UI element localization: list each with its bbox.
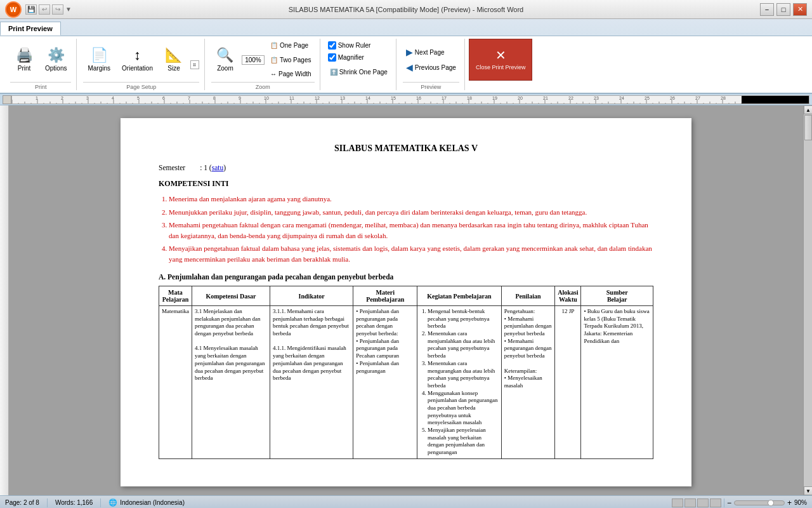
margins-label: Margins (88, 65, 110, 72)
minimize-button[interactable]: − (760, 3, 774, 16)
status-bar: Page: 2 of 8 Words: 1,166 🌐 Indonesian (… (0, 495, 812, 508)
previous-page-button[interactable]: ◀ Previous Page (403, 60, 459, 74)
th-mata-pelajaran: MataPelajaran (159, 286, 192, 306)
next-page-label: Next Page (415, 49, 445, 56)
th-sumber: SumberBelajar (581, 286, 653, 306)
page-status: Page: 2 of 8 (5, 499, 39, 506)
maximize-button[interactable]: □ (776, 3, 790, 16)
document-title: SILABUS MATEMATIKA KELAS V (159, 144, 653, 154)
print-label: Print (18, 65, 31, 72)
size-icon: 📐 (165, 47, 182, 64)
tab-print-preview[interactable]: Print Preview (0, 22, 61, 36)
vertical-ruler (0, 105, 9, 495)
list-item: Menerima dan menjalankan ajaran agama ya… (169, 194, 653, 204)
zoom-page-options: 📋 One Page 📋 Two Pages ↔️ Page Width (267, 39, 315, 81)
page-info: Page: 2 of 8 (5, 499, 39, 506)
size-label: Size (167, 65, 180, 72)
close-preview-label: Close Print Preview (476, 64, 526, 72)
next-page-button[interactable]: ▶ Next Page (403, 45, 459, 59)
close-print-preview-button[interactable]: ✕ Close Print Preview (469, 39, 533, 81)
view-web-button[interactable] (684, 498, 696, 507)
td-kompetensi: 3.1 Menjelaskan dan melakukan penjumlaha… (192, 306, 270, 459)
page-width-label: Page Width (278, 70, 311, 77)
zoom-percent: 100% (242, 55, 265, 65)
word-count: Words: 1,166 (55, 499, 93, 506)
close-button[interactable]: ✕ (793, 3, 807, 16)
page-width-button[interactable]: ↔️ Page Width (267, 67, 315, 81)
language-text: Indonesian (Indonesia) (120, 499, 185, 506)
orientation-icon: ↕️ (134, 47, 141, 64)
scroll-down-button[interactable]: ▼ (804, 486, 812, 495)
td-alokasi: 12 JP (555, 306, 581, 459)
status-right: − + 90% (672, 498, 807, 507)
zoom-group-label: Zoom (211, 82, 315, 90)
one-page-button[interactable]: 📋 One Page (267, 39, 315, 52)
scroll-thumb[interactable] (804, 115, 812, 140)
margins-icon: 📄 (91, 47, 108, 64)
scroll-track[interactable] (804, 114, 812, 486)
kompetensi-inti-title: KOMPETENSI INTI (159, 179, 653, 189)
page-nav-buttons: ▶ Next Page ◀ Previous Page (403, 39, 459, 81)
orientation-button[interactable]: ↕️ Orientation (117, 39, 157, 81)
two-pages-label: Two Pages (280, 57, 311, 64)
th-indikator: Indikator (270, 286, 353, 306)
td-materi: • Penjumlahan dan pengurangan pada pecah… (353, 306, 417, 459)
show-ruler-checkbox[interactable]: Show Ruler (327, 41, 391, 50)
orientation-label: Orientation (122, 65, 153, 72)
ruler-marks-container (12, 96, 809, 104)
page-setup-dialog[interactable]: ⌗ (190, 60, 199, 69)
view-outline-button[interactable] (710, 498, 721, 507)
view-print-button[interactable] (697, 498, 709, 507)
semester-row: Semester : 1 (satu) (159, 164, 653, 171)
next-page-icon: ▶ (406, 47, 413, 57)
undo-button[interactable]: ↩ (39, 4, 50, 15)
options-button[interactable]: ⚙️ Options (41, 39, 71, 81)
td-mata-pelajaran: Matematika (159, 306, 192, 459)
zoom-minus-button[interactable]: − (727, 498, 731, 507)
zoom-group-items: 🔍 Zoom 100% 📋 One Page 📋 Two Pages (211, 39, 315, 81)
magnifier-input[interactable] (328, 53, 336, 62)
two-pages-button[interactable]: 📋 Two Pages (267, 53, 315, 67)
prev-page-label: Previous Page (415, 64, 456, 71)
ribbon-group-view: Show Ruler Magnifier ⬆️ Shrink One Page (322, 39, 396, 90)
horizontal-ruler (11, 95, 809, 104)
semester-label: Semester (159, 164, 185, 171)
magnifier-checkbox[interactable]: Magnifier (327, 53, 391, 62)
list-item: Menyajikan pengetahuan faktual dalam bah… (169, 243, 653, 264)
list-item: Menunjukkan perilaku jujur, disiplin, ta… (169, 207, 653, 218)
print-icon: 🖨️ (16, 47, 33, 64)
quick-access-dropdown[interactable]: ▼ (65, 6, 72, 13)
zoom-percent-display: 90% (794, 499, 807, 506)
semester-value: : 1 (satu) (200, 164, 226, 171)
page-container[interactable]: SILABUS MATEMATIKA KELAS V Semester : 1 … (9, 105, 803, 495)
status-sep-2 (100, 498, 101, 507)
scroll-up-button[interactable]: ▲ (804, 105, 812, 114)
office-button[interactable]: W (5, 1, 22, 18)
show-ruler-input[interactable] (328, 41, 336, 50)
words-status: Words: 1,166 (55, 499, 93, 506)
ribbon-content: 🖨️ Print ⚙️ Options Print 📄 Margins ↕️ (0, 36, 812, 93)
zoom-slider-thumb[interactable] (768, 500, 774, 506)
zoom-button[interactable]: 🔍 Zoom (211, 39, 239, 81)
th-materi: MateriPembelajaran (353, 286, 417, 306)
ribbon-group-zoom: 🔍 Zoom 100% 📋 One Page 📋 Two Pages (206, 39, 320, 90)
shrink-one-page-button[interactable]: ⬆️ Shrink One Page (327, 65, 391, 79)
view-buttons (672, 498, 721, 507)
redo-button[interactable]: ↪ (52, 4, 63, 15)
size-button[interactable]: 📐 Size (160, 39, 188, 81)
window-controls: − □ ✕ (760, 3, 807, 16)
save-button[interactable]: 💾 (25, 4, 37, 15)
ribbon-group-preview-nav: ▶ Next Page ◀ Previous Page Preview (398, 39, 465, 90)
view-normal-button[interactable] (672, 498, 683, 507)
options-label: Options (45, 65, 67, 72)
shrink-label: Shrink One Page (339, 69, 388, 76)
th-penilaian: Penilaian (501, 286, 554, 306)
magnifier-label: Magnifier (338, 54, 364, 61)
td-kegiatan: Mengenal bentuk-bentuk pecahan yang peny… (417, 306, 502, 459)
zoom-value-display: 100% (242, 39, 265, 81)
zoom-plus-button[interactable]: + (787, 498, 792, 507)
two-pages-icon: 📋 (270, 57, 278, 64)
zoom-slider[interactable] (734, 500, 785, 505)
margins-button[interactable]: 📄 Margins (83, 39, 115, 81)
print-button[interactable]: 🖨️ Print (10, 39, 38, 81)
